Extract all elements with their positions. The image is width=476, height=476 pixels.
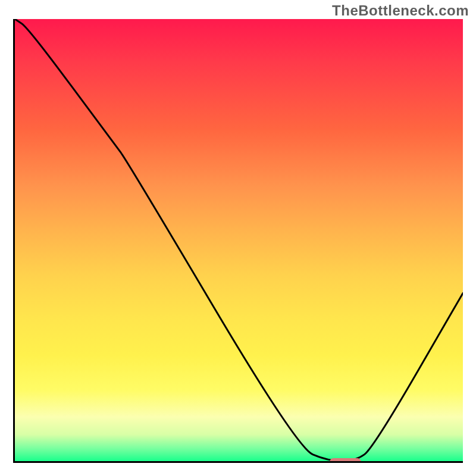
watermark-text: TheBottleneck.com bbox=[332, 2, 469, 19]
bottleneck-chart: TheBottleneck.com bbox=[0, 0, 476, 476]
curve-layer bbox=[15, 19, 463, 461]
optimal-marker bbox=[330, 458, 361, 463]
bottleneck-curve-path bbox=[15, 19, 463, 461]
plot-area bbox=[13, 19, 463, 463]
